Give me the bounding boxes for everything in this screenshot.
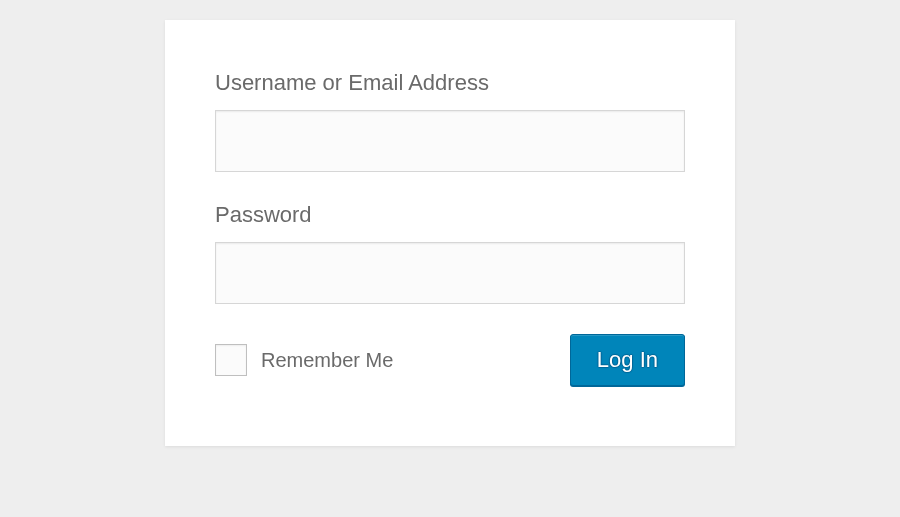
- login-button[interactable]: Log In: [570, 334, 685, 386]
- remember-me-label: Remember Me: [261, 349, 393, 372]
- password-field-group: Password: [215, 202, 685, 304]
- username-field-group: Username or Email Address: [215, 70, 685, 172]
- username-label: Username or Email Address: [215, 70, 685, 96]
- remember-me-checkbox[interactable]: [215, 344, 247, 376]
- password-input[interactable]: [215, 242, 685, 304]
- login-card: Username or Email Address Password Remem…: [165, 20, 735, 446]
- form-bottom-row: Remember Me Log In: [215, 334, 685, 386]
- password-label: Password: [215, 202, 685, 228]
- remember-me-wrap: Remember Me: [215, 344, 393, 376]
- username-input[interactable]: [215, 110, 685, 172]
